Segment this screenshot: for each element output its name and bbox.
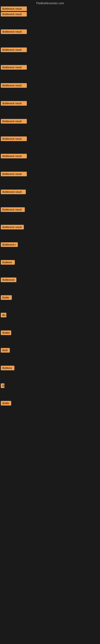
bottleneck-row: B bbox=[1, 384, 4, 389]
bottleneck-row: Bottleneck result bbox=[1, 119, 27, 124]
bottleneck-row: Bottleneck result bbox=[1, 12, 27, 17]
bottleneck-row: Bottleneck result bbox=[1, 154, 27, 159]
bottleneck-row: Bottleneck result bbox=[1, 6, 27, 12]
bottleneck-row: Bottleneck result bbox=[1, 48, 27, 53]
bottleneck-badge[interactable]: Bottl bbox=[1, 348, 10, 352]
bottleneck-row: Bottlene bbox=[1, 260, 15, 266]
bottleneck-badge[interactable]: Bottleneck result bbox=[1, 136, 27, 141]
bottleneck-row: Bottleneck result bbox=[1, 225, 24, 230]
bottleneck-row: Bottleneck result bbox=[1, 101, 27, 106]
bottleneck-badge[interactable]: Bottleneck result bbox=[1, 65, 27, 70]
bottleneck-badge[interactable]: Bottleneck result bbox=[1, 6, 27, 11]
bottleneck-badge[interactable]: Bo bbox=[1, 313, 6, 317]
bottleneck-badge[interactable]: Bottleneck result bbox=[1, 190, 26, 194]
bottleneck-badge[interactable]: Bottleneck result bbox=[1, 30, 27, 34]
bottleneck-row: Bottle bbox=[1, 401, 11, 406]
bottleneck-badge[interactable]: Bottlene bbox=[1, 260, 15, 265]
bottleneck-row: Bo bbox=[1, 313, 6, 318]
bottleneck-row: Bottleneck result bbox=[1, 136, 27, 142]
bottleneck-badge[interactable]: Bottleneck result bbox=[1, 101, 27, 106]
bottleneck-badge[interactable]: Bottleneck result bbox=[1, 207, 25, 212]
bottleneck-row: Bottleneck result bbox=[1, 30, 27, 35]
bottleneck-row: Bottleneck r bbox=[1, 242, 18, 248]
bottleneck-row: Bottler bbox=[1, 330, 11, 336]
bottleneck-badge[interactable]: Bottlene bbox=[1, 366, 14, 370]
bottleneck-row: Bottle bbox=[1, 295, 12, 301]
bottleneck-badge[interactable]: Bottleneck result bbox=[1, 83, 27, 88]
bottleneck-row: Bottleneck result bbox=[1, 65, 27, 70]
bottleneck-badge[interactable]: Bottleneck result bbox=[1, 48, 27, 52]
bottleneck-row: Bottl bbox=[1, 348, 10, 354]
bottleneck-row: Bottleneck result bbox=[1, 207, 25, 213]
bottleneck-badge[interactable]: Bottle bbox=[1, 295, 12, 300]
bottleneck-badge[interactable]: Bottleneck result bbox=[1, 154, 27, 158]
bottleneck-badge[interactable]: Bottleneck result bbox=[1, 172, 27, 176]
bottleneck-row: Bottleneck result bbox=[1, 172, 27, 177]
bottleneck-row: Bottleneck bbox=[1, 278, 16, 283]
bottleneck-badge[interactable]: Bottleneck result bbox=[1, 119, 27, 124]
bottleneck-row: Bottlene bbox=[1, 366, 14, 371]
bottleneck-badge[interactable]: Bottleneck result bbox=[1, 225, 24, 230]
bottleneck-row: Bottleneck result bbox=[1, 190, 26, 195]
bottleneck-badge[interactable]: Bottleneck r bbox=[1, 242, 18, 247]
bottleneck-badge[interactable]: Bottle bbox=[1, 401, 11, 406]
bottleneck-row: Bottleneck result bbox=[1, 83, 27, 88]
bottleneck-badge[interactable]: Bottler bbox=[1, 330, 11, 335]
site-title: TheBottlenecker.com bbox=[0, 0, 100, 6]
bottleneck-badge[interactable]: Bottleneck bbox=[1, 278, 16, 282]
bottleneck-badge[interactable]: Bottleneck result bbox=[1, 12, 27, 16]
bottleneck-badge[interactable]: B bbox=[1, 384, 4, 388]
